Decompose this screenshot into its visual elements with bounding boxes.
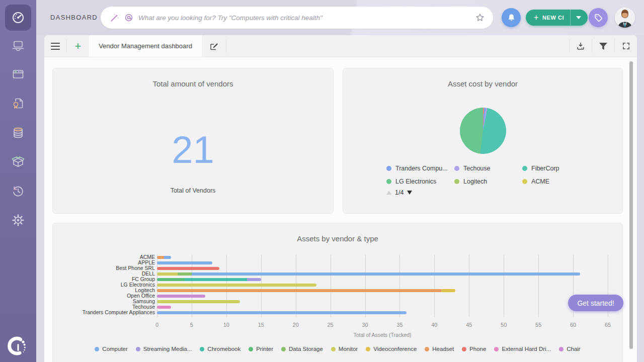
pie-legend-row: Tranders Compu...TechouseFiberCorp — [343, 165, 622, 175]
legend-item-fibercorp[interactable]: FiberCorp — [522, 165, 559, 172]
sidebar-item-inventory[interactable] — [0, 147, 36, 176]
bar-chart-plot[interactable] — [157, 254, 608, 315]
legend-item-tranders-compu-[interactable]: Tranders Compu... — [386, 165, 448, 172]
sidebar-item-settings[interactable] — [0, 206, 36, 235]
search-bar[interactable] — [101, 7, 493, 29]
sidebar-item-devices[interactable] — [0, 31, 36, 60]
bar-segment[interactable] — [157, 256, 164, 259]
filter-dashboard-button[interactable] — [592, 35, 614, 57]
download-dashboard-button[interactable] — [570, 35, 592, 57]
y-axis-label: Tranders Computer Appliances — [83, 310, 155, 315]
bar-segment[interactable] — [247, 278, 261, 281]
sidebar-item-contracts[interactable] — [0, 89, 36, 118]
gridline — [365, 254, 366, 317]
user-avatar[interactable] — [615, 8, 635, 28]
bar-segment[interactable] — [157, 306, 171, 309]
x-tick-label: 5 — [184, 322, 199, 328]
bar-row-logitech[interactable] — [157, 289, 455, 292]
tag-icon — [594, 13, 603, 23]
fullscreen-button[interactable] — [615, 35, 637, 57]
vertical-scrollbar-thumb[interactable] — [629, 61, 633, 349]
bar-segment[interactable] — [157, 273, 178, 276]
edit-pencil-icon — [209, 42, 218, 51]
edit-dashboard-button[interactable] — [202, 35, 226, 57]
divider — [226, 39, 226, 53]
tab-vendor-management-dashboard[interactable]: Vendor Management dashboard — [89, 35, 202, 57]
notifications-button[interactable] — [502, 8, 521, 27]
legend-item-phone[interactable]: Phone — [462, 346, 486, 352]
legend-item-computer[interactable]: Computer — [95, 346, 128, 352]
x-tick-label: 45 — [461, 322, 476, 328]
get-started-button[interactable]: Get started! — [568, 295, 623, 311]
pie-chart[interactable] — [460, 108, 506, 154]
gridline — [434, 254, 435, 317]
sidebar-item-database[interactable] — [0, 118, 36, 147]
legend-item-streaming-media-[interactable]: Streaming Media... — [136, 346, 192, 352]
legend-item-data-storage[interactable]: Data Storage — [281, 346, 323, 352]
bar-segment[interactable] — [178, 273, 192, 276]
x-tick-label: 35 — [392, 322, 407, 328]
legend-item-chromebook[interactable]: Chromebook — [200, 346, 240, 352]
legend-item-headset[interactable]: Headset — [425, 346, 454, 352]
legend-page-down-icon[interactable] — [407, 191, 412, 195]
favorite-star-icon[interactable] — [475, 13, 485, 23]
bar-segment[interactable] — [157, 311, 407, 314]
bar-segment[interactable] — [157, 278, 185, 281]
legend-item-chair[interactable]: Chair — [559, 346, 580, 352]
new-ci-button[interactable]: + NEW CI — [526, 10, 588, 26]
bar-row-dell[interactable] — [157, 273, 580, 276]
sidebar-item-history[interactable] — [0, 176, 36, 206]
legend-item-acme[interactable]: ACME — [522, 178, 549, 185]
bar-row-lg-electronics[interactable] — [157, 284, 316, 287]
bar-segment[interactable] — [157, 300, 240, 303]
bar-row-acme[interactable] — [157, 256, 171, 259]
bar-segment[interactable] — [157, 295, 205, 298]
bar-segment[interactable] — [157, 261, 212, 264]
bar-row-samsung[interactable] — [157, 300, 240, 303]
bar-segment[interactable] — [441, 289, 455, 292]
new-ci-main[interactable]: + NEW CI — [526, 14, 570, 22]
bar-row-techouse[interactable] — [157, 306, 171, 309]
legend-dot — [331, 347, 336, 351]
sidebar-item-explorer[interactable] — [0, 60, 36, 89]
bar-segment[interactable] — [192, 273, 580, 276]
legend-page-up-icon[interactable] — [386, 191, 391, 195]
insight-logo-icon — [7, 335, 29, 357]
filter-funnel-icon — [599, 42, 608, 50]
x-tick-label: 60 — [566, 322, 581, 328]
top-bar: DASHBOARD — [36, 0, 644, 35]
bar-row-apple[interactable] — [157, 261, 212, 264]
sidebar-item-dashboard[interactable] — [5, 5, 31, 31]
product-logo[interactable] — [0, 335, 36, 357]
legend-item-logitech[interactable]: Logitech — [454, 178, 487, 185]
legend-item-external-hard-dri-[interactable]: External Hard Dri... — [494, 346, 551, 352]
legend-page-indicator: 1/4 — [395, 189, 404, 196]
tags-button[interactable] — [589, 8, 608, 27]
legend-item-lg-electronics[interactable]: LG Electronics — [386, 178, 436, 185]
search-input[interactable] — [138, 14, 475, 22]
x-tick-label: 20 — [288, 322, 303, 328]
bar-segment[interactable] — [157, 284, 316, 287]
bar-segment[interactable] — [157, 289, 441, 292]
dashboard-menu-button[interactable] — [44, 35, 66, 57]
add-dashboard-button[interactable]: + — [67, 35, 89, 57]
legend-dot — [386, 179, 391, 184]
bar-row-best-phone-srl[interactable] — [157, 267, 219, 270]
legend-item-monitor[interactable]: Monitor — [331, 346, 358, 352]
bar-segment[interactable] — [185, 278, 247, 281]
legend-item-techouse[interactable]: Techouse — [454, 165, 491, 172]
bar-row-open-office[interactable] — [157, 295, 205, 298]
legend-item-videoconference[interactable]: Videoconference — [366, 346, 417, 352]
new-ci-dropdown[interactable] — [570, 10, 588, 26]
legend-dot — [366, 347, 370, 351]
bar-segment[interactable] — [164, 256, 171, 259]
bar-segment[interactable] — [157, 267, 219, 270]
bar-row-tranders-computer-appliances[interactable] — [157, 311, 407, 314]
content-panel: + Vendor Management dashboard — [44, 35, 637, 362]
hamburger-menu-icon — [51, 43, 60, 50]
legend-label: Chair — [567, 346, 580, 352]
bar-row-fc-group[interactable] — [157, 278, 261, 281]
legend-item-printer[interactable]: Printer — [249, 346, 273, 352]
download-icon — [576, 42, 585, 51]
history-icon — [11, 184, 25, 198]
